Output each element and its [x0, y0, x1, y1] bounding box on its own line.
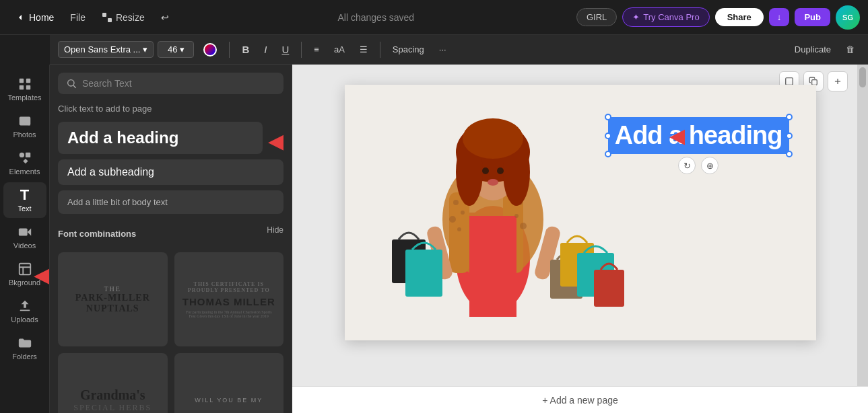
- canva-pro-button[interactable]: ✦ Try Canva Pro: [622, 7, 709, 27]
- folders-label: Folders: [12, 352, 37, 361]
- svg-rect-3: [26, 79, 30, 83]
- add-subheading-button[interactable]: Add a subheading: [58, 159, 283, 185]
- more-button[interactable]: ···: [434, 42, 452, 57]
- svg-rect-46: [405, 250, 442, 297]
- svg-point-7: [22, 118, 24, 121]
- sidebar-item-videos[interactable]: Videos: [3, 219, 46, 255]
- svg-rect-5: [26, 85, 30, 89]
- font-combo-1[interactable]: THE PARK-MILLERNUPTIALS: [58, 252, 168, 346]
- search-input[interactable]: [82, 78, 275, 89]
- bold-button[interactable]: B: [236, 41, 255, 58]
- publish-button[interactable]: Pub: [795, 8, 830, 26]
- top-bar-right: GIRL ✦ Try Canva Pro Share ↓ Pub SG: [576, 5, 860, 30]
- sidebar-item-templates[interactable]: Templates: [3, 71, 46, 107]
- add-page-label: + Add a new page: [542, 395, 618, 406]
- sidebar-item-background[interactable]: Bkground: [3, 256, 46, 292]
- underline-button[interactable]: U: [276, 41, 294, 58]
- handle-mid-left[interactable]: [605, 133, 611, 139]
- resize-button[interactable]: Resize: [95, 8, 152, 27]
- handle-top-right[interactable]: [786, 114, 793, 120]
- svg-point-34: [520, 223, 527, 229]
- align-button[interactable]: ≡: [308, 42, 325, 57]
- combo2-top-text: This certificate is proudly presented to: [181, 281, 277, 293]
- main-layout: Templates Photos Elements T Text Videos …: [0, 65, 868, 413]
- home-button[interactable]: Home: [8, 8, 61, 27]
- download-button[interactable]: ↓: [769, 8, 790, 26]
- sidebar-item-uploads[interactable]: Uploads: [3, 293, 46, 329]
- canvas-scroll[interactable]: Add a heading ↻ ⊕ ◀: [292, 65, 868, 386]
- photos-label: Photos: [13, 130, 36, 139]
- canvas-area: Add a heading ↻ ⊕ ◀ + Add a new page: [292, 65, 868, 413]
- elements-icon: [18, 151, 32, 165]
- undo-button[interactable]: ↩: [154, 8, 176, 27]
- svg-rect-50: [594, 270, 624, 307]
- photo-icon: [18, 114, 32, 128]
- chevron-down-icon: ▾: [143, 44, 147, 54]
- svg-point-42: [488, 179, 498, 186]
- search-icon: [66, 78, 77, 89]
- text-panel: Click text to add to page Add a heading …: [50, 65, 292, 413]
- combo3-main-text: Grandma's: [80, 387, 145, 403]
- delete-button[interactable]: 🗑: [840, 42, 860, 57]
- videos-label: Videos: [13, 241, 36, 250]
- saved-status: All changes saved: [338, 12, 415, 23]
- font-combo-3[interactable]: Grandma's Special Herbs: [58, 353, 168, 413]
- duplicate-button[interactable]: Duplicate: [789, 42, 836, 57]
- font-combos-header: Font combinations Hide: [58, 219, 283, 246]
- hide-button[interactable]: Hide: [267, 225, 283, 235]
- svg-rect-12: [19, 264, 30, 275]
- handle-mid-right[interactable]: [786, 133, 793, 139]
- sidebar-icons: Templates Photos Elements T Text Videos …: [0, 65, 50, 413]
- font-combo-2[interactable]: This certificate is proudly presented to…: [174, 252, 284, 346]
- heading-textbox[interactable]: Add a heading ↻ ⊕: [608, 117, 789, 154]
- avatar-button[interactable]: SG: [836, 5, 860, 30]
- divider2: [301, 42, 302, 58]
- divider1: [229, 42, 230, 58]
- file-button[interactable]: File: [63, 8, 92, 27]
- brand-badge: GIRL: [576, 8, 617, 26]
- star-icon: ✦: [632, 12, 640, 22]
- case-button[interactable]: aA: [329, 42, 350, 57]
- sidebar-item-elements[interactable]: Elements: [3, 145, 46, 181]
- svg-rect-27: [469, 216, 516, 317]
- text-label: Text: [18, 204, 31, 213]
- combo1-top-text: THE: [104, 285, 121, 293]
- format-bar: Open Sans Extra ... ▾ 46 ▾ B I U ≡ aA ☰ …: [50, 35, 868, 65]
- share-button[interactable]: Share: [715, 8, 764, 26]
- design-card: Add a heading ↻ ⊕ ◀: [345, 85, 816, 340]
- text-icon: T: [20, 188, 29, 202]
- resize-handle-bottom[interactable]: ⊕: [701, 157, 719, 174]
- list-button[interactable]: ☰: [354, 42, 373, 57]
- sidebar-item-folders[interactable]: Folders: [3, 330, 46, 366]
- svg-point-29: [461, 211, 465, 215]
- combo2-main-text: THOMAS MILLER: [182, 296, 275, 307]
- italic-button[interactable]: I: [259, 41, 272, 58]
- handle-bottom-left[interactable]: [605, 151, 611, 157]
- svg-line-15: [73, 85, 76, 88]
- search-box[interactable]: [58, 73, 283, 94]
- font-combo-4[interactable]: WILL YOU BE MY: [174, 353, 284, 413]
- font-size-input[interactable]: 46 ▾: [158, 41, 194, 58]
- spacing-button[interactable]: Spacing: [387, 42, 430, 57]
- color-button[interactable]: [198, 40, 222, 59]
- top-bar: Home File Resize ↩ All changes saved GIR…: [0, 0, 868, 35]
- handle-bottom-right[interactable]: [786, 151, 793, 157]
- divider3: [380, 42, 380, 58]
- sidebar-item-text[interactable]: T Text: [3, 182, 46, 218]
- combo2-sub-text: For participating in the 7th Annual Char…: [186, 310, 272, 318]
- sidebar-item-photos[interactable]: Photos: [3, 108, 46, 144]
- heading-text[interactable]: Add a heading: [615, 121, 782, 150]
- combo4-top-text: WILL YOU BE MY: [195, 397, 263, 404]
- add-page-bar[interactable]: + Add a new page: [292, 386, 868, 413]
- add-heading-button[interactable]: Add a heading: [58, 122, 263, 154]
- rotate-button[interactable]: ↻: [678, 157, 696, 174]
- font-selector[interactable]: Open Sans Extra ... ▾: [58, 41, 154, 58]
- handle-top-left[interactable]: [605, 114, 611, 120]
- svg-point-39: [463, 118, 523, 159]
- background-icon: [18, 262, 32, 276]
- scroll-thumb: [859, 67, 866, 87]
- add-body-text-button[interactable]: Add a little bit of body text: [58, 190, 283, 214]
- combo1-main-text: PARK-MILLERNUPTIALS: [75, 293, 150, 313]
- font-combos-grid: THE PARK-MILLERNUPTIALS This certificate…: [58, 252, 283, 413]
- scroll-bar[interactable]: [857, 65, 868, 386]
